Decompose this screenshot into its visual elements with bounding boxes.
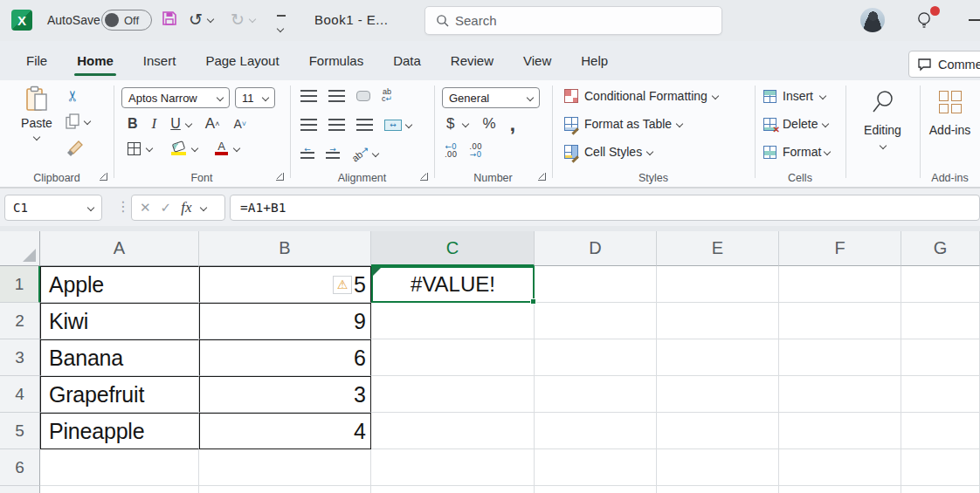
cell[interactable] bbox=[371, 376, 535, 413]
cell[interactable] bbox=[901, 486, 980, 493]
cell-b2[interactable]: 9 bbox=[199, 303, 371, 339]
row-header-2[interactable]: 2 bbox=[0, 303, 40, 339]
column-header-c[interactable]: C bbox=[371, 231, 535, 266]
cell-b3[interactable]: 6 bbox=[199, 339, 371, 376]
cell[interactable] bbox=[779, 413, 901, 449]
cell[interactable] bbox=[779, 266, 901, 303]
paste-button[interactable]: Paste bbox=[14, 86, 59, 140]
format-cells-button[interactable]: Format bbox=[763, 145, 830, 159]
insert-function-icon[interactable]: fx bbox=[181, 199, 191, 216]
cell[interactable] bbox=[657, 376, 779, 413]
error-checking-button[interactable]: ⚠ bbox=[333, 276, 352, 294]
cell-b1[interactable]: ⚠ 5 bbox=[199, 266, 371, 303]
addins-button[interactable]: Add-ins bbox=[920, 91, 980, 136]
cell[interactable] bbox=[779, 486, 901, 493]
comments-button[interactable]: Comments bbox=[908, 51, 980, 78]
wrap-text-button[interactable]: ab c↵ bbox=[382, 88, 392, 103]
cell[interactable] bbox=[779, 339, 901, 376]
tab-insert[interactable]: Insert bbox=[128, 41, 191, 80]
cell[interactable] bbox=[657, 486, 779, 493]
cell[interactable] bbox=[535, 266, 657, 303]
copy-dropdown-icon[interactable] bbox=[84, 118, 91, 125]
cell[interactable] bbox=[901, 413, 980, 449]
cell[interactable] bbox=[535, 376, 657, 413]
user-avatar[interactable] bbox=[860, 8, 885, 32]
cell[interactable] bbox=[901, 376, 980, 413]
cut-button[interactable]: ✂ bbox=[66, 87, 79, 105]
tips-button[interactable] bbox=[914, 9, 938, 33]
cell[interactable] bbox=[901, 266, 980, 303]
cell[interactable] bbox=[371, 339, 535, 376]
align-left-button[interactable] bbox=[300, 119, 317, 131]
cell[interactable] bbox=[779, 376, 901, 413]
redo-dropdown-icon[interactable] bbox=[249, 16, 256, 23]
row-header-7[interactable] bbox=[0, 486, 40, 493]
font-size-combo[interactable]: 11 bbox=[235, 87, 275, 108]
cancel-entry-icon[interactable]: ✕ bbox=[140, 200, 151, 216]
alignment-dialog-launcher[interactable] bbox=[420, 173, 428, 181]
cell[interactable] bbox=[535, 303, 657, 339]
font-color-dropdown-icon[interactable] bbox=[233, 145, 240, 152]
bold-button[interactable]: B bbox=[128, 116, 138, 132]
underline-dropdown-icon[interactable] bbox=[185, 120, 192, 127]
format-painter-button[interactable] bbox=[66, 140, 84, 157]
cell[interactable] bbox=[40, 486, 199, 493]
comma-style-button[interactable]: , bbox=[510, 120, 516, 128]
copy-button[interactable] bbox=[65, 113, 90, 129]
cell[interactable] bbox=[535, 413, 657, 449]
formula-input[interactable]: =A1+B1 bbox=[230, 195, 980, 221]
delete-cells-button[interactable]: ✕ Delete bbox=[763, 117, 828, 131]
cell[interactable] bbox=[371, 303, 535, 339]
decrease-font-size-button[interactable]: A˅ bbox=[233, 117, 246, 131]
borders-icon[interactable] bbox=[128, 142, 141, 155]
cell-a3[interactable]: Banana bbox=[40, 339, 199, 376]
excel-app-icon[interactable]: X bbox=[11, 10, 32, 31]
cell[interactable] bbox=[657, 339, 779, 376]
align-middle-button[interactable] bbox=[328, 90, 345, 102]
cell[interactable] bbox=[535, 449, 657, 486]
format-as-table-button[interactable]: Format as Table bbox=[564, 117, 682, 131]
cell[interactable] bbox=[535, 339, 657, 376]
select-all-corner[interactable] bbox=[0, 231, 40, 266]
column-header-g[interactable]: G bbox=[901, 231, 980, 266]
merge-center-dropdown-icon[interactable] bbox=[405, 121, 412, 128]
cell[interactable] bbox=[901, 339, 980, 376]
fx-dropdown-icon[interactable] bbox=[200, 204, 207, 211]
cell-b5[interactable]: 4 bbox=[199, 413, 371, 449]
cell[interactable] bbox=[371, 413, 535, 449]
tab-help[interactable]: Help bbox=[566, 41, 623, 80]
italic-button[interactable]: I bbox=[152, 115, 157, 133]
tab-data[interactable]: Data bbox=[378, 41, 436, 80]
confirm-entry-icon[interactable]: ✓ bbox=[161, 200, 172, 216]
cell[interactable] bbox=[657, 413, 779, 449]
tab-page-layout[interactable]: Page Layout bbox=[190, 41, 293, 80]
tab-formulas[interactable]: Formulas bbox=[294, 41, 379, 80]
quick-access-toolbar-menu-icon[interactable] bbox=[276, 15, 286, 35]
clipboard-dialog-launcher[interactable] bbox=[100, 173, 107, 181]
underline-button[interactable]: U bbox=[170, 116, 181, 132]
align-bottom-button[interactable] bbox=[356, 91, 370, 101]
conditional-formatting-button[interactable]: Conditional Formatting bbox=[564, 89, 718, 103]
cell-a2[interactable]: Kiwi bbox=[40, 303, 199, 339]
undo-dropdown-icon[interactable] bbox=[207, 16, 214, 23]
cell-b4[interactable]: 3 bbox=[199, 376, 371, 413]
accounting-dropdown-icon[interactable] bbox=[462, 120, 469, 127]
orientation-button[interactable]: ab→ bbox=[351, 148, 378, 160]
cell[interactable] bbox=[535, 486, 657, 493]
fill-handle[interactable] bbox=[530, 298, 536, 305]
increase-decimal-button[interactable]: ←0.00 bbox=[445, 143, 457, 159]
column-header-b[interactable]: B bbox=[199, 231, 371, 266]
tab-review[interactable]: Review bbox=[436, 41, 508, 80]
font-dialog-launcher[interactable] bbox=[276, 173, 284, 181]
autosave-toggle[interactable]: Off bbox=[101, 10, 152, 31]
number-format-combo[interactable]: General bbox=[442, 87, 540, 108]
save-button[interactable] bbox=[161, 10, 178, 27]
font-color-button[interactable]: A bbox=[215, 141, 228, 155]
column-header-e[interactable]: E bbox=[657, 231, 779, 266]
tab-home[interactable]: Home bbox=[62, 41, 128, 80]
search-box[interactable] bbox=[424, 6, 722, 35]
cell-a5[interactable]: Pineapple bbox=[40, 413, 199, 449]
column-header-f[interactable]: F bbox=[779, 231, 901, 266]
row-header-1[interactable]: 1 bbox=[0, 266, 40, 303]
merge-center-icon[interactable]: ↔ bbox=[384, 120, 402, 131]
